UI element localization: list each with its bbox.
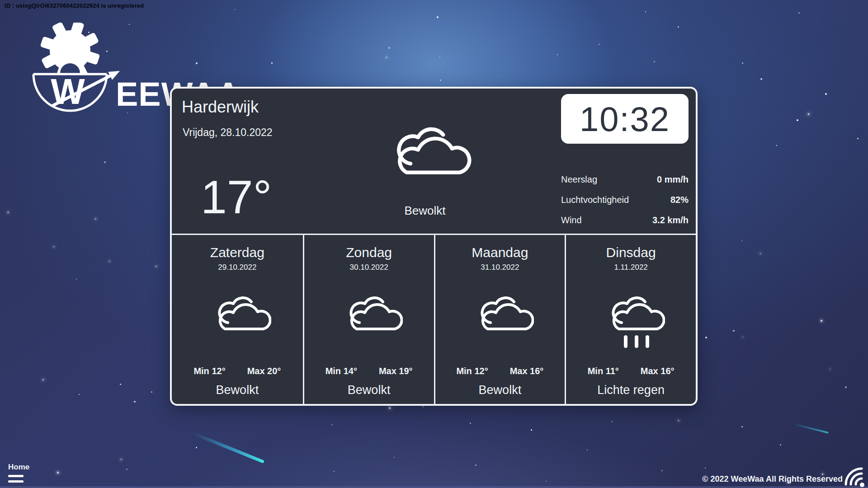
star-dot — [798, 12, 800, 14]
max-temp: Max 16° — [510, 366, 544, 376]
bottom-edge-strip — [0, 486, 868, 488]
cloudy-icon — [466, 282, 534, 350]
star-dot — [546, 481, 547, 482]
star-dot — [733, 330, 735, 332]
menu-bar-icon — [8, 475, 24, 477]
max-temp: Max 16° — [641, 366, 675, 376]
cloudy-icon — [203, 282, 271, 350]
cloudy-icon — [377, 106, 474, 178]
day-condition: Bewolkt — [479, 383, 522, 397]
current-condition: Bewolkt — [369, 204, 481, 218]
current-weather-panel: Harderwijk Vrijdag, 28.10.2022 17° Bewol… — [172, 89, 696, 234]
forecast-day-maandag: Maandag 31.10.2022 Min 12° Max 16° Bewol… — [434, 235, 565, 404]
star-dot — [825, 93, 827, 95]
weather-app-screen: ID : uslxgQIrOl6327060422022924 is unreg… — [0, 0, 868, 488]
star-dot — [57, 472, 59, 474]
clock-display: 10:32 — [561, 94, 689, 144]
star-dot — [475, 465, 476, 466]
home-button[interactable]: Home — [8, 463, 29, 483]
day-condition: Lichte regen — [597, 383, 665, 397]
star-dot — [134, 401, 136, 403]
star-dot — [705, 337, 707, 338]
city-name: Harderwijk — [182, 98, 259, 117]
star-dot — [470, 422, 471, 424]
day-name: Zaterdag — [210, 244, 264, 261]
star-dot — [439, 56, 440, 57]
star-dot — [437, 16, 439, 18]
weather-card: Harderwijk Vrijdag, 28.10.2022 17° Bewol… — [170, 87, 698, 406]
max-temp: Max 19° — [379, 366, 413, 376]
star-dot — [678, 26, 679, 28]
forecast-day-zaterdag: Zaterdag 29.10.2022 Min 12° Max 20° Bewo… — [172, 235, 303, 404]
star-dot — [42, 379, 44, 380]
wifi-signal-icon — [844, 466, 866, 487]
star-dot — [830, 369, 830, 370]
star-dot — [389, 407, 391, 409]
star-dot — [531, 429, 532, 431]
star-dot — [742, 337, 743, 338]
day-condition: Bewolkt — [348, 383, 391, 397]
min-temp: Min 14° — [326, 366, 357, 376]
stat-row-precipitation: Neerslag 0 mm/h — [561, 174, 689, 185]
star-dot — [557, 54, 558, 55]
star-dot — [53, 246, 54, 247]
min-temp: Min 11° — [588, 366, 619, 376]
home-label: Home — [8, 463, 29, 472]
star-dot — [388, 47, 390, 49]
star-dot — [235, 9, 236, 10]
star-dot — [334, 471, 335, 472]
star-dot — [741, 426, 743, 427]
star-dot — [7, 211, 9, 213]
star-dot — [742, 62, 743, 64]
day-date: 31.10.2022 — [481, 263, 519, 272]
menu-bar-icon — [8, 480, 24, 483]
stat-value: 3.2 km/h — [652, 215, 689, 225]
min-temp: Min 12° — [456, 366, 488, 376]
stat-row-humidity: Luchtvochtigheid 82% — [561, 194, 689, 206]
stat-value: 82% — [670, 195, 689, 205]
day-date: 1.11.2022 — [614, 263, 647, 272]
star-dot — [587, 450, 588, 450]
star-dot — [780, 444, 781, 446]
star-dot — [196, 447, 197, 448]
day-date: 30.10.2022 — [350, 263, 388, 272]
current-date: Vrijdag, 28.10.2022 — [183, 127, 273, 139]
star-dot — [156, 266, 157, 267]
star-dot — [845, 386, 847, 388]
star-dot — [705, 468, 706, 469]
star-dot — [797, 119, 798, 121]
star-dot — [741, 240, 742, 241]
star-dot — [104, 161, 106, 163]
day-name: Maandag — [472, 244, 528, 261]
star-dot — [79, 394, 80, 395]
light-rain-icon — [597, 282, 665, 350]
stat-label: Luchtvochtigheid — [561, 195, 629, 205]
cloudy-icon — [335, 282, 403, 350]
star-dot — [645, 11, 646, 12]
stat-label: Wind — [561, 215, 582, 225]
star-dot — [331, 424, 332, 425]
star-dot — [121, 459, 122, 460]
star-dot — [760, 253, 761, 254]
star-dot — [126, 469, 127, 470]
star-dot — [394, 457, 395, 458]
star-dot — [76, 279, 77, 280]
star-dot — [440, 80, 441, 81]
stat-label: Neerslag — [561, 174, 597, 185]
star-dot — [776, 145, 777, 146]
star-dot — [120, 384, 121, 385]
clock-time: 10:32 — [580, 99, 670, 139]
day-condition: Bewolkt — [216, 383, 259, 397]
weather-stats: Neerslag 0 mm/h Luchtvochtigheid 82% Win… — [561, 174, 689, 226]
stat-row-wind: Wind 3.2 km/h — [561, 214, 689, 226]
star-dot — [151, 391, 152, 393]
star-dot — [612, 421, 613, 422]
star-dot — [423, 406, 424, 407]
star-dot — [821, 320, 822, 322]
day-name: Zondag — [346, 244, 392, 261]
star-dot — [808, 113, 809, 115]
forecast-day-zondag: Zondag 30.10.2022 Min 14° Max 19° Bewolk… — [303, 235, 434, 404]
forecast-panel: Zaterdag 29.10.2022 Min 12° Max 20° Bewo… — [172, 234, 696, 404]
star-dot — [599, 44, 599, 45]
copyright-text: © 2022 WeeWaa All Rights Reserved — [702, 474, 843, 484]
